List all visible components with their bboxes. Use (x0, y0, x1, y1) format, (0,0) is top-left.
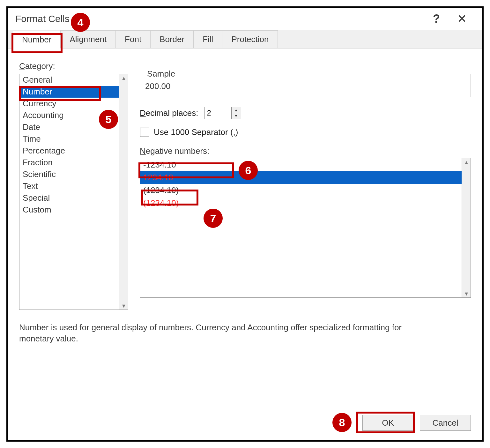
tab-border[interactable]: Border (150, 30, 194, 48)
category-listbox[interactable]: General Number Currency Accounting Date … (19, 74, 128, 310)
format-cells-dialog: Format Cells ? ✕ Number Alignment Font B… (8, 8, 482, 440)
negative-option-3[interactable]: (1234.10) (140, 197, 462, 209)
spinner-up-icon[interactable]: ▲ (232, 107, 241, 113)
tab-fill[interactable]: Fill (193, 30, 222, 48)
sample-value: 200.00 (145, 81, 465, 91)
use-separator-label: Use 1000 Separator (,) (154, 127, 238, 137)
sample-group: Sample 200.00 (140, 74, 471, 97)
category-item-currency[interactable]: Currency (19, 98, 119, 109)
negative-numbers-label: Negative numbers: (140, 146, 471, 156)
ok-button[interactable]: OK (362, 415, 413, 431)
negative-scrollbar[interactable]: ▴ ▾ (462, 158, 471, 297)
decimal-places-input[interactable] (204, 107, 231, 119)
category-item-time[interactable]: Time (19, 133, 119, 145)
category-label: Category: (19, 61, 471, 71)
tab-font[interactable]: Font (115, 30, 151, 48)
sample-caption: Sample (145, 69, 177, 79)
tab-alignment[interactable]: Alignment (60, 30, 116, 48)
checkbox-box-icon[interactable] (140, 128, 149, 137)
chevron-up-icon[interactable]: ▴ (465, 158, 468, 166)
category-item-scientific[interactable]: Scientific (19, 168, 119, 180)
category-item-custom[interactable]: Custom (19, 204, 119, 216)
chevron-down-icon[interactable]: ▾ (465, 290, 468, 297)
tab-protection[interactable]: Protection (222, 30, 278, 48)
tab-strip: Number Alignment Font Border Fill Protec… (8, 30, 482, 49)
number-description: Number is used for general display of nu… (19, 322, 427, 344)
negative-option-0[interactable]: -1234.10 (140, 158, 462, 171)
category-scrollbar[interactable]: ▴ ▾ (119, 74, 128, 310)
category-item-text[interactable]: Text (19, 180, 119, 192)
spinner-down-icon[interactable]: ▼ (232, 113, 241, 119)
negative-option-1[interactable]: 1234.10 (140, 171, 462, 184)
use-separator-checkbox[interactable]: Use 1000 Separator (,) (140, 127, 238, 137)
dialog-title: Format Cells (15, 13, 70, 24)
category-item-percentage[interactable]: Percentage (19, 145, 119, 157)
category-item-fraction[interactable]: Fraction (19, 157, 119, 168)
chevron-up-icon[interactable]: ▴ (122, 74, 125, 82)
tab-number[interactable]: Number (13, 31, 61, 49)
category-item-general[interactable]: General (19, 74, 119, 86)
category-item-number[interactable]: Number (19, 86, 119, 98)
category-item-date[interactable]: Date (19, 121, 119, 133)
help-icon[interactable]: ? (424, 12, 449, 26)
cancel-button[interactable]: Cancel (420, 415, 471, 431)
decimal-places-label: Decimal places: (140, 108, 198, 118)
decimal-places-spinner[interactable]: ▲ ▼ (204, 107, 241, 119)
chevron-down-icon[interactable]: ▾ (122, 302, 125, 310)
category-item-special[interactable]: Special (19, 192, 119, 204)
category-item-accounting[interactable]: Accounting (19, 109, 119, 121)
negative-numbers-listbox[interactable]: -1234.10 1234.10 (1234.10) (1234.10) ▴ ▾ (140, 158, 471, 298)
titlebar: Format Cells ? ✕ (8, 8, 482, 30)
close-icon[interactable]: ✕ (449, 12, 475, 26)
negative-option-2[interactable]: (1234.10) (140, 184, 462, 197)
